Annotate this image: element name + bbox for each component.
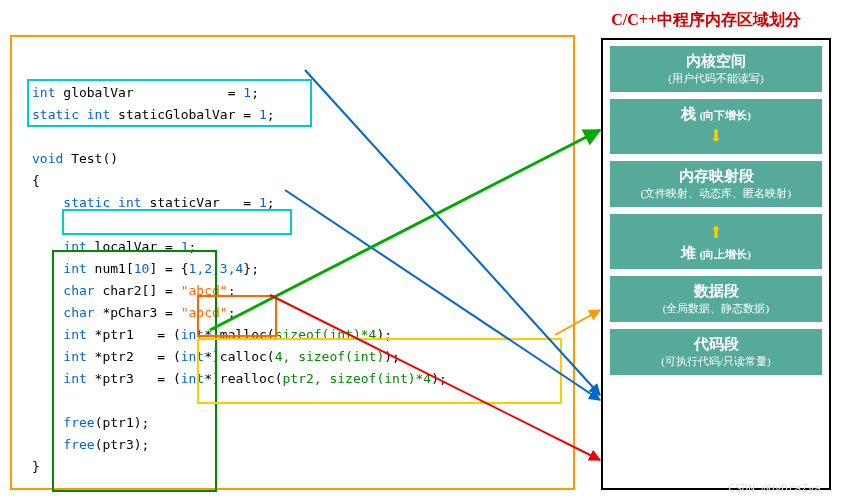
mem-kernel-sub: (用户代码不能读写): [614, 71, 818, 86]
code-line: {: [32, 170, 447, 192]
code-text: ;: [267, 195, 275, 210]
mem-data: 数据段 (全局数据、静态数据): [609, 275, 823, 323]
mem-stack: 栈 (向下增长) ⬇: [609, 98, 823, 155]
watermark: CSDN @HyDraZya: [728, 482, 821, 495]
arrow-up-icon: ⬆: [614, 220, 818, 244]
mem-mmap-sub: (文件映射、动态库、匿名映射): [614, 186, 818, 201]
keyword-static-int: static int: [32, 195, 142, 210]
box-heap-calls: [197, 338, 562, 404]
box-string-literals: [197, 295, 277, 337]
mem-code-sub: (可执行代码/只读常量): [614, 354, 818, 369]
mem-heap-title: 堆 (向上增长): [614, 244, 818, 263]
code-text: Test(): [63, 151, 118, 166]
mem-code-title: 代码段: [614, 335, 818, 354]
mem-heap: ⬆ 堆 (向上增长): [609, 213, 823, 270]
code-line: void Test(): [32, 148, 447, 170]
code-text: };: [243, 261, 259, 276]
arrow-down-icon: ⬇: [614, 124, 818, 148]
mem-mmap: 内存映射段 (文件映射、动态库、匿名映射): [609, 160, 823, 208]
mem-data-title: 数据段: [614, 282, 818, 301]
box-globals: [27, 79, 312, 127]
keyword-void: void: [32, 151, 63, 166]
code-text: staticVar =: [142, 195, 259, 210]
box-static-local: [62, 209, 292, 235]
literal: 1: [259, 195, 267, 210]
mem-kernel: 内核空间 (用户代码不能读写): [609, 45, 823, 93]
code-panel: int globalVar = 1; static int staticGlob…: [10, 35, 575, 490]
memory-panel: 内核空间 (用户代码不能读写) 栈 (向下增长) ⬇ 内存映射段 (文件映射、动…: [601, 38, 831, 490]
mem-code: 代码段 (可执行代码/只读常量): [609, 328, 823, 376]
mem-mmap-title: 内存映射段: [614, 167, 818, 186]
mem-data-sub: (全局数据、静态数据): [614, 301, 818, 316]
mem-kernel-title: 内核空间: [614, 52, 818, 71]
box-locals: [52, 250, 217, 492]
diagram-title: C/C++中程序内存区域划分: [611, 10, 801, 31]
code-line: [32, 126, 447, 148]
